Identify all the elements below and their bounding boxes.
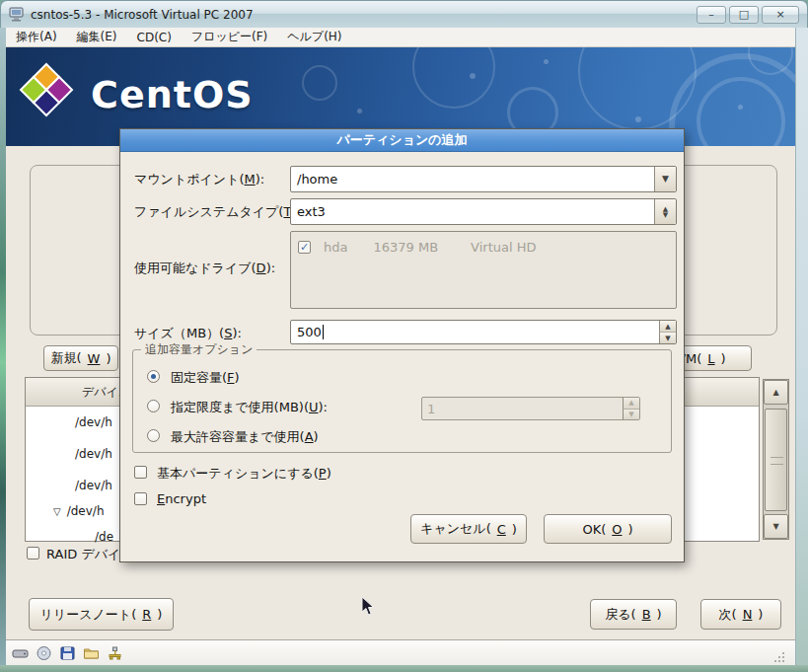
cancel-button[interactable]: キャンセル(C) [410, 514, 527, 544]
menu-help[interactable]: ヘルプ(H) [277, 27, 351, 47]
allowable-drives-list[interactable]: ✓ hda 16379 MB Virtual HD [290, 231, 677, 309]
network-icon[interactable] [107, 645, 123, 661]
size-spinbox[interactable]: 500 ▲▼ [290, 320, 677, 344]
fixed-size-label: 固定容量(F) [171, 369, 240, 387]
drive-row[interactable]: ✓ hda 16379 MB Virtual HD [291, 240, 676, 255]
drive-checkbox-checked[interactable]: ✓ [298, 241, 311, 254]
scrollbar-thumb[interactable] [765, 409, 787, 511]
mouse-cursor [361, 596, 376, 621]
centos-logo [18, 61, 75, 122]
fill-to-spinbox: 1 ▲▼ [421, 397, 640, 420]
menu-operation[interactable]: 操作(A) [6, 27, 67, 47]
encrypt-label: Encrypt [157, 491, 206, 506]
device-row-expanded[interactable]: ▽/dev/h [53, 504, 105, 518]
combo-arrows-icon[interactable]: ▲▼ [654, 199, 676, 224]
size-options-legend: 追加容量オプション [141, 341, 257, 358]
close-button[interactable]: × [762, 6, 799, 24]
window-border-right [795, 28, 808, 672]
back-button[interactable]: 戻る(B) [590, 599, 677, 630]
text-caret [323, 325, 324, 339]
fill-max-radio[interactable] [147, 429, 160, 442]
menubar: 操作(A) 編集(E) CD(C) フロッピー(F) ヘルプ(H) [6, 28, 795, 47]
allowable-drives-label: 使用可能なドライブ(D): [134, 260, 275, 277]
centos-wordmark: CentOS [91, 73, 254, 116]
app-icon [9, 7, 25, 22]
dialog-titlebar[interactable]: パーティションの追加 [120, 129, 684, 152]
drive-model: Virtual HD [471, 240, 536, 255]
ok-button[interactable]: OK(O) [544, 514, 672, 544]
resize-grip[interactable] [773, 648, 785, 660]
device-row-child[interactable]: /de [95, 530, 113, 544]
vm-screen: CentOS 新規(W) LVM(L) デバイス /dev/h /dev/h /… [6, 47, 795, 639]
fill-max-label: 最大許容容量まで使用(A) [171, 428, 319, 446]
expand-triangle-icon[interactable]: ▽ [53, 506, 61, 517]
window-titlebar[interactable]: csntos-5.3 - Microsoft Virtual PC 2007 –… [0, 0, 808, 28]
fs-type-combo[interactable]: ext3 ▲▼ [290, 198, 677, 225]
primary-partition-label: 基本パーティションにする(P) [157, 465, 331, 483]
add-partition-dialog: パーティションの追加 マウントポイント(M): /home ▼ ファイルシステム… [119, 128, 685, 562]
vm-statusbar [6, 639, 795, 665]
device-table-scrollbar[interactable]: ▲ ▼ [763, 379, 789, 540]
menu-cd[interactable]: CD(C) [127, 29, 182, 46]
fill-to-label: 指定限度まで使用(MB)(U): [171, 399, 328, 416]
cd-rom-icon[interactable] [36, 645, 52, 661]
menu-floppy[interactable]: フロッピー(F) [182, 27, 277, 47]
fill-to-radio[interactable] [147, 400, 160, 412]
floppy-icon[interactable] [59, 645, 76, 661]
size-options-group: 追加容量オプション 固定容量(F) 指定限度まで使用(MB)(U): 1 ▲▼ … [132, 349, 672, 453]
folder-icon[interactable] [83, 645, 100, 661]
mount-point-combo[interactable]: /home ▼ [290, 166, 677, 192]
release-notes-button[interactable]: リリースノート(R) [29, 598, 174, 631]
device-row[interactable]: /dev/h [75, 479, 112, 492]
window-title: csntos-5.3 - Microsoft Virtual PC 2007 [31, 8, 691, 22]
new-partition-button[interactable]: 新規(W) [43, 345, 118, 371]
primary-partition-checkbox[interactable] [134, 466, 147, 479]
encrypt-checkbox[interactable] [134, 492, 147, 505]
maximize-button[interactable]: □ [729, 6, 759, 24]
fs-type-label: ファイルシステムタイプ(T): [134, 203, 301, 221]
drive-size: 16379 MB [373, 240, 438, 255]
menu-edit[interactable]: 編集(E) [67, 27, 127, 47]
next-button[interactable]: 次(N) [700, 599, 781, 630]
fixed-size-radio[interactable] [147, 370, 160, 383]
device-row[interactable]: /dev/h [75, 447, 112, 461]
scroll-down-button[interactable]: ▼ [764, 514, 788, 539]
dropdown-arrow-icon[interactable]: ▼ [654, 167, 676, 191]
drive-name: hda [324, 240, 347, 255]
size-label: サイズ（MB）(S): [134, 325, 242, 342]
hard-drive-icon[interactable] [12, 645, 29, 661]
raid-checkbox[interactable] [27, 547, 39, 560]
raid-checkbox-label: RAID デバイ [46, 546, 120, 563]
window-border-bottom [0, 665, 808, 672]
scroll-up-button[interactable]: ▲ [764, 380, 788, 405]
minimize-button[interactable]: – [697, 6, 726, 24]
size-spin-arrows[interactable]: ▲▼ [659, 321, 676, 343]
device-row[interactable]: /dev/h [75, 415, 112, 429]
mount-point-label: マウントポイント(M): [134, 171, 264, 188]
